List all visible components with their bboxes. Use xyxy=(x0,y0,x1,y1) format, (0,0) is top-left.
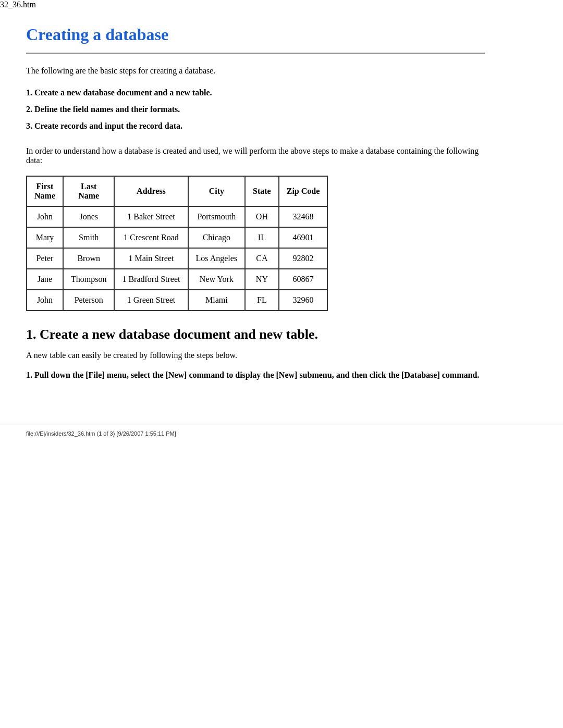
table-cell: IL xyxy=(245,227,279,248)
table-cell: New York xyxy=(188,269,246,290)
section1-heading: 1. Create a new database document and ne… xyxy=(26,327,485,342)
col-header-city: City xyxy=(188,176,246,206)
table-cell: Thompson xyxy=(63,269,114,290)
page-title: Creating a database xyxy=(26,25,485,44)
table-row: JaneThompson1 Bradford StreetNew YorkNY6… xyxy=(27,269,327,290)
table-cell: 1 Bradford Street xyxy=(114,269,188,290)
table-row: PeterBrown1 Main StreetLos AngelesCA9280… xyxy=(27,248,327,269)
table-cell: Chicago xyxy=(188,227,246,248)
browser-tab: 32_36.htm xyxy=(0,0,563,9)
table-cell: Jones xyxy=(63,206,114,227)
table-cell: Portsmouth xyxy=(188,206,246,227)
table-cell: 1 Main Street xyxy=(114,248,188,269)
intro-text: The following are the basic steps for cr… xyxy=(26,66,485,76)
footer: file:///E|/insiders/32_36.htm (1 of 3) [… xyxy=(0,425,563,442)
step-1: 1. Create a new database document and a … xyxy=(26,88,485,97)
divider xyxy=(26,53,485,54)
table-row: JohnJones1 Baker StreetPortsmouthOH32468 xyxy=(27,206,327,227)
table-cell: 32960 xyxy=(279,290,328,311)
table-row: MarySmith1 Crescent RoadChicagoIL46901 xyxy=(27,227,327,248)
tab-label: 32_36.htm xyxy=(0,0,36,9)
table-header-row: FirstName LastName Address City State Zi… xyxy=(27,176,327,206)
table-cell: 1 Green Street xyxy=(114,290,188,311)
table-cell: John xyxy=(27,290,63,311)
table-row: JohnPeterson1 Green StreetMiamiFL32960 xyxy=(27,290,327,311)
table-cell: Mary xyxy=(27,227,63,248)
section-intro: In order to understand how a database is… xyxy=(26,146,485,165)
table-cell: 1 Crescent Road xyxy=(114,227,188,248)
table-cell: Smith xyxy=(63,227,114,248)
col-header-address: Address xyxy=(114,176,188,206)
table-cell: CA xyxy=(245,248,279,269)
table-cell: Peterson xyxy=(63,290,114,311)
table-cell: FL xyxy=(245,290,279,311)
table-cell: 32468 xyxy=(279,206,328,227)
step-3: 3. Create records and input the record d… xyxy=(26,121,485,131)
table-cell: John xyxy=(27,206,63,227)
col-header-zip: Zip Code xyxy=(279,176,328,206)
table-cell: Peter xyxy=(27,248,63,269)
steps-list: 1. Create a new database document and a … xyxy=(26,88,485,131)
table-cell: OH xyxy=(245,206,279,227)
footer-text: file:///E|/insiders/32_36.htm (1 of 3) [… xyxy=(26,430,176,437)
table-cell: 60867 xyxy=(279,269,328,290)
table-cell: Miami xyxy=(188,290,246,311)
data-table: FirstName LastName Address City State Zi… xyxy=(26,176,328,311)
table-cell: Los Angeles xyxy=(188,248,246,269)
section1-text: A new table can easily be created by fol… xyxy=(26,351,485,360)
col-header-first-name: FirstName xyxy=(27,176,63,206)
step-2: 2. Define the field names and their form… xyxy=(26,105,485,114)
col-header-state: State xyxy=(245,176,279,206)
table-cell: 46901 xyxy=(279,227,328,248)
section1-instruction: 1. Pull down the [File] menu, select the… xyxy=(26,371,485,380)
table-cell: NY xyxy=(245,269,279,290)
col-header-last-name: LastName xyxy=(63,176,114,206)
table-cell: 1 Baker Street xyxy=(114,206,188,227)
table-cell: 92802 xyxy=(279,248,328,269)
table-cell: Jane xyxy=(27,269,63,290)
table-cell: Brown xyxy=(63,248,114,269)
